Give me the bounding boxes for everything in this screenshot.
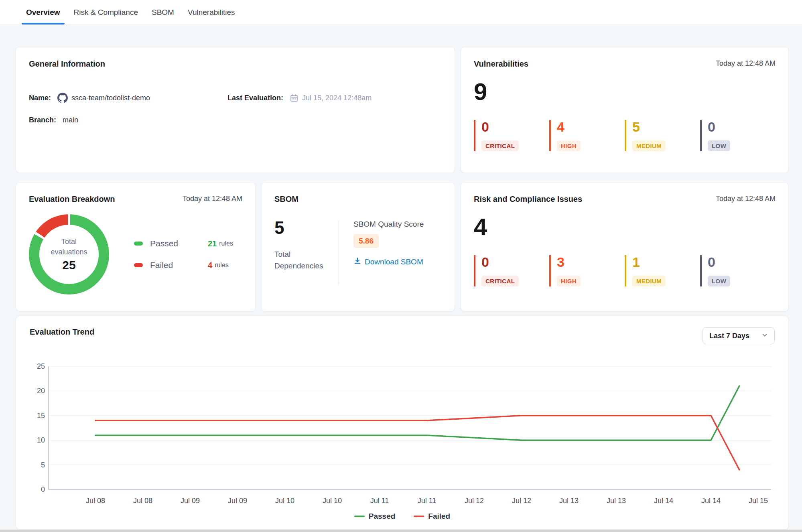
sbom-divider: [339, 221, 339, 284]
risk-high-count: 3: [557, 255, 625, 269]
passed-line-icon: [354, 516, 365, 517]
trend-range-dropdown[interactable]: Last 7 Days: [703, 327, 775, 344]
evaluation-breakdown-timestamp: Today at 12:48 AM: [183, 195, 242, 203]
legend-passed-row: Passed 21 rules: [134, 239, 242, 248]
vuln-low-badge: LOW: [708, 140, 730, 151]
sbom-left: 5 Total Dependencies: [274, 219, 335, 284]
tab-overview[interactable]: Overview: [19, 0, 67, 24]
risk-medium-item: 1 MEDIUM: [625, 255, 700, 286]
svg-text:Jul 08: Jul 08: [133, 497, 152, 505]
tab-overview-label: Overview: [26, 8, 60, 17]
risk-low-count: 0: [708, 255, 776, 269]
github-icon: [57, 93, 68, 103]
name-label: Name:: [29, 94, 51, 102]
risk-compliance-timestamp: Today at 12:48 AM: [716, 195, 776, 203]
tab-sbom-label: SBOM: [152, 8, 174, 17]
general-information-card: General Information Name: ssca-team/todo…: [16, 47, 455, 173]
svg-text:Jul 12: Jul 12: [465, 497, 484, 505]
sbom-title: SBOM: [274, 195, 298, 204]
evaluation-donut-chart: Total evaluations 25: [29, 214, 109, 294]
donut-center-value: 25: [62, 258, 75, 272]
risk-high-badge: HIGH: [557, 276, 581, 286]
risk-medium-badge: MEDIUM: [632, 276, 666, 286]
vuln-high-count: 4: [557, 120, 625, 134]
vuln-low-count: 0: [708, 120, 776, 134]
passed-count: 21: [208, 239, 217, 248]
risk-high-item: 3 HIGH: [549, 255, 625, 286]
last-evaluation-value: Jul 15, 2024 12:48am: [302, 94, 372, 102]
trend-legend-failed: Failed: [414, 512, 450, 521]
passed-unit: rules: [219, 240, 233, 247]
sbom-right: SBOM Quality Score 5.86 Download SBOM: [353, 219, 424, 284]
vuln-medium-item: 5 MEDIUM: [625, 120, 700, 151]
tab-sbom[interactable]: SBOM: [145, 0, 181, 24]
branch-row: Branch: main: [29, 116, 227, 124]
sbom-total-dependencies: 5: [274, 219, 335, 237]
failed-label: Failed: [150, 260, 200, 270]
risk-critical-item: 0 CRITICAL: [474, 255, 549, 286]
vulnerabilities-title: Vulnerabilities: [474, 59, 528, 69]
last-evaluation-label: Last Evaluation:: [227, 94, 283, 102]
risk-compliance-title: Risk and Compliance Issues: [474, 195, 582, 204]
trend-chart-svg: 0510152025Jul 08Jul 08Jul 09Jul 09Jul 10…: [30, 346, 776, 506]
evaluation-breakdown-title: Evaluation Breakdown: [29, 195, 115, 204]
download-sbom-label: Download SBOM: [365, 258, 423, 266]
vulnerabilities-severity-grid: 0 CRITICAL 4 HIGH 5 MEDIUM 0 LOW: [474, 120, 776, 151]
vuln-critical-count: 0: [481, 120, 549, 134]
branch-label: Branch:: [29, 116, 56, 124]
svg-text:Jul 13: Jul 13: [559, 497, 579, 505]
risk-compliance-card: Risk and Compliance Issues Today at 12:4…: [461, 182, 789, 311]
svg-text:Jul 14: Jul 14: [654, 497, 673, 505]
svg-text:Jul 10: Jul 10: [275, 497, 294, 505]
risk-low-badge: LOW: [708, 276, 730, 286]
sbom-quality-score-value: 5.86: [353, 234, 379, 248]
vuln-critical-item: 0 CRITICAL: [474, 120, 549, 151]
svg-text:20: 20: [37, 387, 45, 395]
failed-pill-icon: [134, 263, 143, 267]
svg-text:15: 15: [37, 412, 45, 420]
tab-risk-compliance-label: Risk & Compliance: [74, 8, 138, 17]
general-information-title: General Information: [29, 59, 105, 69]
svg-text:Jul 13: Jul 13: [607, 497, 626, 505]
risk-compliance-total: 4: [474, 215, 776, 239]
svg-text:Jul 12: Jul 12: [512, 497, 531, 505]
breakdown-legend: Passed 21 rules Failed 4 rules: [134, 239, 242, 270]
vulnerabilities-total: 9: [474, 80, 776, 104]
window-bottom-edge: [0, 530, 802, 532]
vuln-high-item: 4 HIGH: [549, 120, 625, 151]
vuln-low-item: 0 LOW: [700, 120, 776, 151]
evaluation-trend-title: Evaluation Trend: [30, 327, 94, 337]
tab-vulnerabilities[interactable]: Vulnerabilities: [181, 0, 242, 24]
repo-name-row: Name: ssca-team/todolist-demo: [29, 93, 227, 103]
repo-name-value: ssca-team/todolist-demo: [71, 94, 150, 102]
download-sbom-link[interactable]: Download SBOM: [353, 257, 424, 267]
vulnerabilities-timestamp: Today at 12:48 AM: [716, 59, 776, 68]
trend-legend-failed-label: Failed: [428, 512, 450, 521]
evaluation-breakdown-card: Evaluation Breakdown Today at 12:48 AM T…: [16, 182, 256, 311]
trend-range-value: Last 7 Days: [709, 332, 749, 340]
trend-legend-passed: Passed: [354, 512, 396, 521]
failed-unit: rules: [215, 262, 229, 269]
sbom-card: SBOM 5 Total Dependencies SBOM Quality S…: [261, 182, 455, 311]
svg-text:Jul 09: Jul 09: [228, 497, 247, 505]
risk-medium-count: 1: [632, 255, 700, 269]
branch-value: main: [63, 116, 78, 124]
svg-text:Jul 14: Jul 14: [701, 497, 721, 505]
passed-pill-icon: [134, 242, 143, 246]
last-evaluation-row: Last Evaluation: Jul 15, 2024 12:48am: [227, 93, 442, 103]
risk-critical-badge: CRITICAL: [481, 276, 519, 286]
failed-count: 4: [208, 261, 212, 270]
trend-legend: Passed Failed: [30, 512, 775, 521]
vuln-medium-badge: MEDIUM: [632, 140, 666, 151]
vuln-critical-badge: CRITICAL: [481, 140, 519, 151]
tab-vulnerabilities-label: Vulnerabilities: [188, 8, 235, 17]
vulnerabilities-card: Vulnerabilities Today at 12:48 AM 9 0 CR…: [461, 47, 789, 173]
risk-low-item: 0 LOW: [700, 255, 776, 286]
tab-risk-compliance[interactable]: Risk & Compliance: [67, 0, 145, 24]
svg-text:0: 0: [41, 485, 45, 493]
dashboard-content: General Information Name: ssca-team/todo…: [16, 47, 789, 530]
legend-failed-row: Failed 4 rules: [134, 260, 242, 270]
failed-line-icon: [414, 516, 424, 517]
evaluation-trend-card: Evaluation Trend Last 7 Days 0510152025J…: [16, 316, 789, 530]
sbom-quality-score-label: SBOM Quality Score: [353, 220, 424, 229]
